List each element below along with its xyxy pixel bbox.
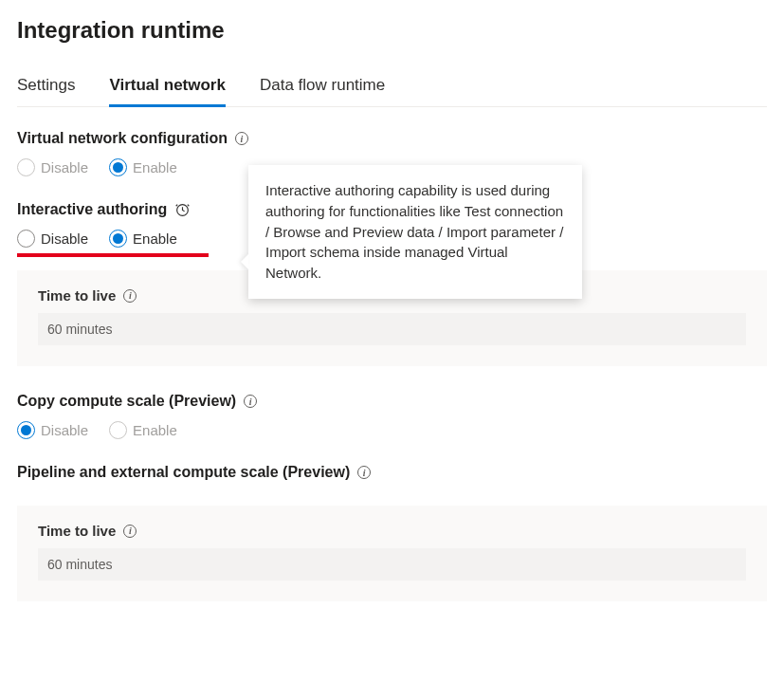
radio-label: Enable: [133, 159, 177, 175]
vnet-disable-radio[interactable]: Disable: [17, 158, 88, 176]
ttl-label: Time to live i: [38, 287, 137, 304]
interactive-authoring-tooltip: Interactive authoring capability is used…: [248, 165, 582, 299]
tab-data-flow-runtime[interactable]: Data flow runtime: [260, 70, 385, 107]
interactive-authoring-label-text: Interactive authoring: [17, 201, 167, 218]
ttl-label-text: Time to live: [38, 287, 116, 304]
authoring-enable-radio[interactable]: Enable: [109, 230, 177, 248]
copy-compute-enable-radio[interactable]: Enable: [109, 421, 177, 439]
radio-label: Disable: [41, 230, 88, 247]
authoring-disable-radio[interactable]: Disable: [17, 230, 88, 248]
ttl-input[interactable]: [38, 313, 746, 345]
radio-circle-icon: [109, 230, 127, 248]
copy-compute-disable-radio[interactable]: Disable: [17, 421, 88, 439]
copy-compute-label-text: Copy compute scale (Preview): [17, 393, 236, 410]
highlight-underline: [17, 253, 209, 257]
ttl2-label: Time to live i: [38, 523, 137, 539]
info-icon[interactable]: i: [123, 289, 137, 303]
pipeline-external-label-text: Pipeline and external compute scale (Pre…: [17, 464, 350, 481]
radio-label: Disable: [41, 159, 88, 175]
pipeline-external-label: Pipeline and external compute scale (Pre…: [17, 464, 371, 481]
radio-circle-icon: [109, 158, 127, 176]
radio-label: Enable: [133, 422, 177, 438]
vnet-config-label: Virtual network configuration i: [17, 130, 248, 147]
tab-virtual-network[interactable]: Virtual network: [109, 70, 226, 107]
info-icon[interactable]: i: [357, 466, 371, 479]
tab-settings[interactable]: Settings: [17, 70, 75, 107]
info-icon[interactable]: i: [244, 395, 257, 408]
radio-circle-icon: [17, 230, 35, 248]
copy-compute-label: Copy compute scale (Preview) i: [17, 393, 257, 410]
ttl2-label-text: Time to live: [38, 523, 116, 539]
vnet-enable-radio[interactable]: Enable: [109, 158, 177, 176]
page-title: Integration runtime: [17, 17, 767, 44]
radio-circle-icon: [109, 421, 127, 439]
radio-label: Disable: [41, 422, 88, 438]
clock-icon[interactable]: [174, 202, 191, 218]
radio-circle-icon: [17, 421, 35, 439]
tab-bar: Settings Virtual network Data flow runti…: [17, 70, 767, 107]
info-icon[interactable]: i: [123, 525, 137, 538]
radio-label: Enable: [133, 230, 177, 247]
info-icon[interactable]: i: [235, 132, 248, 145]
ttl-panel-2: Time to live i: [17, 506, 767, 601]
vnet-config-label-text: Virtual network configuration: [17, 130, 228, 147]
ttl2-input[interactable]: [38, 548, 746, 581]
interactive-authoring-label: Interactive authoring: [17, 201, 191, 218]
radio-circle-icon: [17, 158, 35, 176]
